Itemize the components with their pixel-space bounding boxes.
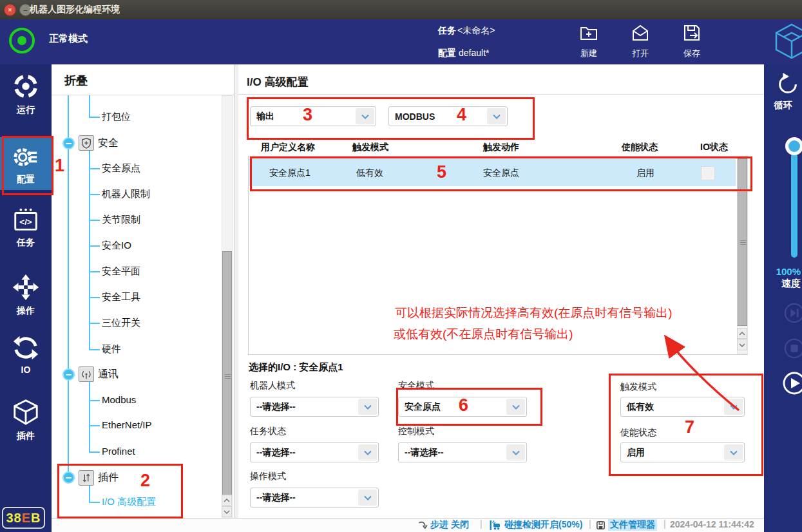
save-button-label[interactable]: 保存 bbox=[673, 48, 711, 59]
tree-item-plugin[interactable]: 插件 bbox=[98, 471, 119, 484]
table-scrollbar-thumb[interactable] bbox=[738, 158, 747, 326]
chevron-down-icon[interactable] bbox=[506, 444, 525, 461]
tree-item-safety-io[interactable]: 安全IO bbox=[102, 240, 131, 252]
sidebar-item-plugin-label[interactable]: 插件 bbox=[0, 430, 52, 442]
row-trigger-action: 安全原点 bbox=[483, 167, 519, 179]
chevron-down-icon[interactable] bbox=[724, 444, 743, 461]
tree-item-safety-plane[interactable]: 安全平面 bbox=[102, 265, 140, 278]
tree-item-safety-home[interactable]: 安全原点 bbox=[102, 162, 140, 175]
antenna-icon bbox=[79, 366, 94, 382]
control-mode-value: --请选择-- bbox=[399, 447, 444, 459]
sidebar-item-config-label[interactable]: 配置 bbox=[0, 174, 52, 185]
tree-item-profinet[interactable]: Profinet bbox=[102, 446, 135, 457]
titlebar: × – 机器人图形化编程环境 bbox=[0, 0, 802, 20]
collapse-node-icon[interactable] bbox=[62, 137, 75, 149]
control-mode-select[interactable]: --请选择-- bbox=[398, 442, 527, 462]
tree-item-safety-tool[interactable]: 安全工具 bbox=[102, 291, 140, 303]
play-icon[interactable] bbox=[783, 372, 802, 395]
protocol-select[interactable]: MODBUS bbox=[388, 106, 508, 126]
io-state-checkbox[interactable] bbox=[701, 166, 715, 180]
chevron-down-icon[interactable] bbox=[358, 444, 377, 461]
collapse-button[interactable]: 折叠 bbox=[64, 73, 88, 88]
chevron-down-icon[interactable] bbox=[358, 489, 377, 506]
close-icon[interactable]: × bbox=[4, 4, 16, 16]
tree-item-comm[interactable]: 通讯 bbox=[98, 368, 119, 381]
status-timestamp: 2024-04-12 11:44:42 bbox=[670, 519, 754, 529]
tree-item-io-advanced[interactable]: I/O 高级配置 bbox=[102, 496, 156, 508]
protocol-value: MODBUS bbox=[389, 111, 435, 122]
step-icon bbox=[417, 520, 428, 530]
panel-divider bbox=[235, 64, 238, 532]
right-sidebar bbox=[764, 64, 802, 532]
svg-text:</>: </> bbox=[19, 217, 32, 227]
op-mode-select[interactable]: --请选择-- bbox=[250, 488, 379, 508]
tree-stub-line bbox=[89, 168, 100, 169]
loop-icon[interactable] bbox=[776, 72, 800, 97]
scroll-down-icon[interactable] bbox=[222, 506, 232, 517]
chevron-down-icon[interactable] bbox=[724, 399, 743, 415]
tree-item-joint-limit[interactable]: 关节限制 bbox=[102, 214, 140, 226]
file-manager-button[interactable]: 文件管理器 bbox=[608, 519, 657, 531]
gear-icon bbox=[12, 143, 40, 171]
tree-scrollbar-thumb[interactable] bbox=[222, 251, 232, 501]
open-button-label[interactable]: 打开 bbox=[621, 48, 660, 59]
tree-stub-line bbox=[89, 425, 100, 426]
tree-item-pack[interactable]: 打包位 bbox=[102, 111, 131, 123]
code-icon: </> bbox=[12, 206, 40, 234]
skip-next-icon[interactable] bbox=[784, 303, 802, 323]
step-status[interactable]: 步进 关闭 bbox=[430, 519, 469, 531]
tree-stub-line bbox=[89, 297, 100, 298]
speed-slider-track[interactable] bbox=[791, 153, 797, 258]
app-window: × – 机器人图形化编程环境 正常模式 任务 <未命名> 配置 default*… bbox=[0, 0, 802, 532]
io-type-select[interactable]: 输出 bbox=[250, 106, 376, 126]
chevron-down-icon[interactable] bbox=[506, 399, 525, 415]
chevron-down-icon[interactable] bbox=[356, 108, 374, 124]
op-mode-label: 操作模式 bbox=[250, 471, 286, 482]
stop-icon[interactable] bbox=[784, 338, 802, 359]
safety-mode-select[interactable]: 安全原点 bbox=[398, 397, 527, 417]
tree-branch-line bbox=[89, 149, 90, 350]
badge-part: B bbox=[31, 511, 41, 526]
enable-state-label: 使能状态 bbox=[620, 427, 656, 439]
column-header: IO状态 bbox=[700, 142, 728, 153]
op-mode-value: --请选择-- bbox=[251, 492, 296, 504]
tree-item-robot-limit[interactable]: 机器人限制 bbox=[102, 188, 150, 200]
tree-trunk-line bbox=[68, 95, 69, 479]
badge-part: E bbox=[22, 511, 31, 526]
trigger-mode-select[interactable]: 低有效 bbox=[620, 397, 745, 417]
chevron-down-icon[interactable] bbox=[358, 399, 377, 415]
scroll-up-icon[interactable] bbox=[222, 495, 232, 506]
collision-status[interactable]: 碰撞检测开启(50%) bbox=[504, 519, 582, 531]
sidebar-item-operate-label[interactable]: 操作 bbox=[0, 305, 52, 317]
robot-mode-select[interactable]: --请选择-- bbox=[250, 397, 379, 417]
enable-state-select[interactable]: 启用 bbox=[620, 442, 745, 462]
chevron-down-icon[interactable] bbox=[487, 108, 506, 124]
scroll-up-icon[interactable] bbox=[737, 328, 747, 339]
badge-part: 38 bbox=[6, 511, 21, 526]
tree-item-safety[interactable]: 安全 bbox=[98, 137, 119, 150]
scroll-down-icon[interactable] bbox=[737, 339, 747, 350]
speed-value: 100% bbox=[767, 266, 801, 277]
tree-header: 折叠 bbox=[52, 64, 234, 95]
task-label: 任务 bbox=[438, 25, 456, 37]
tree-item-three-pos-switch[interactable]: 三位开关 bbox=[102, 317, 140, 329]
tree-item-hardware[interactable]: 硬件 bbox=[102, 343, 121, 356]
sidebar-item-io-label[interactable]: IO bbox=[0, 365, 52, 375]
speed-slider-knob[interactable] bbox=[785, 137, 802, 155]
sidebar-item-run-label[interactable]: 运行 bbox=[0, 104, 52, 116]
annotation-tip-line2: 或低有效(不在原点时有信号输出) bbox=[394, 326, 573, 343]
config-value: default* bbox=[459, 48, 489, 58]
sidebar-item-task-label[interactable]: 任务 bbox=[0, 237, 52, 249]
tree-item-modbus[interactable]: Modbus bbox=[102, 394, 136, 405]
tree-item-ethernet-ip[interactable]: EtherNet/IP bbox=[102, 419, 152, 430]
collapse-node-icon[interactable] bbox=[62, 471, 75, 484]
collision-icon bbox=[489, 520, 502, 531]
collapse-node-icon[interactable] bbox=[62, 368, 75, 381]
tree-branch-line bbox=[89, 95, 90, 118]
new-button-label[interactable]: 新建 bbox=[569, 48, 608, 59]
status-bar bbox=[52, 518, 764, 532]
task-state-select[interactable]: --请选择-- bbox=[250, 442, 379, 462]
row-name: 安全原点1 bbox=[269, 167, 310, 179]
tree-stub-line bbox=[89, 400, 100, 401]
row-trigger-mode: 低有效 bbox=[356, 167, 383, 179]
